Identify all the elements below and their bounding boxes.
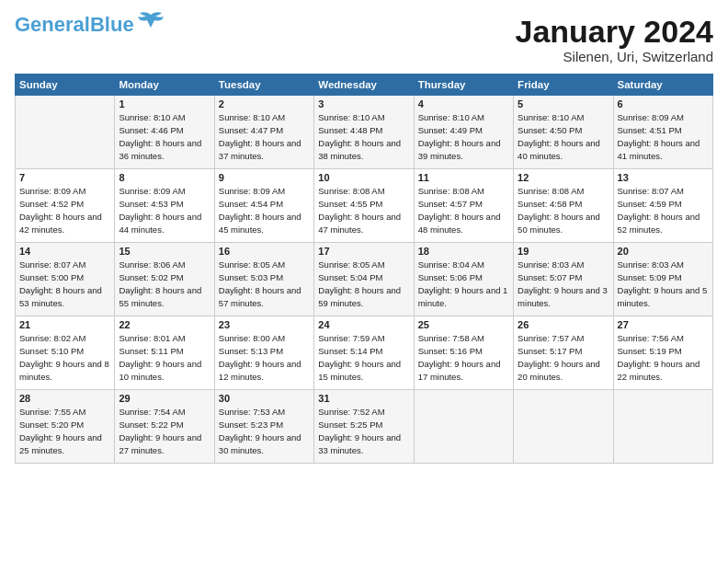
daylight: Daylight: 9 hours and 3 minutes. (518, 285, 608, 308)
calendar-cell: 5Sunrise: 8:10 AMSunset: 4:50 PMDaylight… (514, 96, 613, 169)
daylight: Daylight: 9 hours and 5 minutes. (618, 285, 708, 308)
calendar-week-row: 21Sunrise: 8:02 AMSunset: 5:10 PMDayligh… (16, 316, 713, 390)
day-number: 6 (618, 98, 709, 109)
day-info: Sunrise: 8:09 AMSunset: 4:51 PMDaylight:… (618, 111, 709, 162)
sunset: Sunset: 5:19 PM (618, 346, 682, 356)
day-number: 23 (219, 319, 310, 330)
daylight: Daylight: 8 hours and 38 minutes. (318, 138, 401, 161)
day-info: Sunrise: 8:02 AMSunset: 5:10 PMDaylight:… (19, 332, 110, 383)
day-number: 19 (518, 246, 609, 257)
daylight: Daylight: 8 hours and 42 minutes. (19, 212, 102, 235)
day-number: 17 (318, 246, 409, 257)
sunrise: Sunrise: 7:53 AM (219, 407, 285, 417)
month-title: January 2024 (516, 15, 714, 49)
day-info: Sunrise: 7:54 AMSunset: 5:22 PMDaylight:… (119, 406, 210, 456)
logo-bird-icon (136, 11, 165, 31)
day-info: Sunrise: 7:58 AMSunset: 5:16 PMDaylight:… (418, 332, 509, 383)
daylight: Daylight: 8 hours and 57 minutes. (219, 285, 301, 308)
sunset: Sunset: 5:03 PM (219, 272, 283, 282)
logo-text: GeneralBlue (15, 15, 134, 35)
col-monday: Monday (115, 75, 214, 96)
day-number: 31 (318, 393, 409, 404)
sunrise: Sunrise: 8:03 AM (618, 259, 684, 270)
daylight: Daylight: 8 hours and 37 minutes. (219, 138, 301, 161)
sunset: Sunset: 4:57 PM (418, 199, 483, 209)
sunrise: Sunrise: 8:09 AM (618, 112, 684, 122)
sunset: Sunset: 5:06 PM (418, 272, 483, 282)
sunset: Sunset: 4:58 PM (518, 199, 582, 209)
day-number: 27 (618, 319, 709, 330)
col-sunday: Sunday (16, 75, 115, 96)
calendar-cell: 14Sunrise: 8:07 AMSunset: 5:00 PMDayligh… (16, 243, 115, 316)
daylight: Daylight: 9 hours and 30 minutes. (219, 432, 301, 455)
sunset: Sunset: 4:53 PM (119, 199, 183, 209)
calendar-cell: 26Sunrise: 7:57 AMSunset: 5:17 PMDayligh… (514, 316, 613, 390)
calendar-week-row: 7Sunrise: 8:09 AMSunset: 4:52 PMDaylight… (16, 169, 713, 243)
day-info: Sunrise: 7:55 AMSunset: 5:20 PMDaylight:… (19, 406, 110, 456)
sunset: Sunset: 5:11 PM (119, 346, 183, 356)
calendar-cell: 28Sunrise: 7:55 AMSunset: 5:20 PMDayligh… (16, 390, 115, 464)
sunset: Sunset: 4:51 PM (618, 125, 682, 135)
day-number: 11 (418, 172, 509, 183)
day-info: Sunrise: 7:56 AMSunset: 5:19 PMDaylight:… (618, 332, 709, 383)
day-info: Sunrise: 8:10 AMSunset: 4:50 PMDaylight:… (518, 111, 609, 162)
day-number: 28 (19, 393, 110, 404)
logo: GeneralBlue (15, 15, 165, 35)
calendar-cell: 1Sunrise: 8:10 AMSunset: 4:46 PMDaylight… (115, 96, 214, 169)
col-saturday: Saturday (613, 75, 712, 96)
header: GeneralBlue January 2024 Silenen, Uri, S… (15, 15, 713, 64)
day-info: Sunrise: 8:07 AMSunset: 4:59 PMDaylight:… (618, 185, 709, 236)
sunrise: Sunrise: 8:10 AM (119, 112, 185, 122)
title-block: January 2024 Silenen, Uri, Switzerland (516, 15, 714, 64)
location: Silenen, Uri, Switzerland (516, 49, 714, 64)
daylight: Daylight: 8 hours and 40 minutes. (518, 138, 600, 161)
sunset: Sunset: 4:52 PM (19, 199, 84, 209)
sunset: Sunset: 5:22 PM (119, 419, 183, 430)
sunset: Sunset: 4:54 PM (219, 199, 283, 209)
calendar-week-row: 14Sunrise: 8:07 AMSunset: 5:00 PMDayligh… (16, 243, 713, 316)
daylight: Daylight: 9 hours and 15 minutes. (318, 359, 401, 382)
sunset: Sunset: 5:04 PM (318, 272, 382, 282)
sunrise: Sunrise: 8:08 AM (318, 186, 384, 196)
sunset: Sunset: 4:46 PM (119, 125, 183, 135)
daylight: Daylight: 9 hours and 33 minutes. (318, 432, 401, 455)
sunrise: Sunrise: 8:08 AM (418, 186, 484, 196)
day-number: 29 (119, 393, 210, 404)
sunrise: Sunrise: 8:10 AM (219, 112, 285, 122)
sunrise: Sunrise: 8:07 AM (19, 259, 85, 270)
day-number: 10 (318, 172, 409, 183)
sunrise: Sunrise: 8:09 AM (19, 186, 85, 196)
daylight: Daylight: 9 hours and 1 minute. (418, 285, 508, 308)
daylight: Daylight: 8 hours and 52 minutes. (618, 212, 700, 235)
calendar-cell: 31Sunrise: 7:52 AMSunset: 5:25 PMDayligh… (314, 390, 414, 464)
day-info: Sunrise: 7:57 AMSunset: 5:17 PMDaylight:… (518, 332, 609, 383)
daylight: Daylight: 9 hours and 12 minutes. (219, 359, 301, 382)
sunrise: Sunrise: 7:56 AM (618, 333, 684, 343)
day-info: Sunrise: 7:52 AMSunset: 5:25 PMDaylight:… (318, 406, 409, 456)
sunrise: Sunrise: 8:06 AM (119, 259, 185, 270)
calendar-cell: 23Sunrise: 8:00 AMSunset: 5:13 PMDayligh… (214, 316, 313, 390)
calendar-cell: 29Sunrise: 7:54 AMSunset: 5:22 PMDayligh… (115, 390, 214, 464)
day-info: Sunrise: 8:10 AMSunset: 4:47 PMDaylight:… (219, 111, 310, 162)
daylight: Daylight: 8 hours and 50 minutes. (518, 212, 600, 235)
day-info: Sunrise: 8:05 AMSunset: 5:04 PMDaylight:… (318, 259, 409, 309)
calendar-table: Sunday Monday Tuesday Wednesday Thursday… (15, 74, 713, 464)
daylight: Daylight: 8 hours and 59 minutes. (318, 285, 401, 308)
sunrise: Sunrise: 8:10 AM (318, 112, 384, 122)
calendar-cell: 25Sunrise: 7:58 AMSunset: 5:16 PMDayligh… (414, 316, 513, 390)
day-info: Sunrise: 8:08 AMSunset: 4:58 PMDaylight:… (518, 185, 609, 236)
sunrise: Sunrise: 8:07 AM (618, 186, 684, 196)
sunrise: Sunrise: 8:09 AM (119, 186, 185, 196)
sunrise: Sunrise: 7:57 AM (518, 333, 584, 343)
daylight: Daylight: 8 hours and 44 minutes. (119, 212, 201, 235)
day-info: Sunrise: 8:06 AMSunset: 5:02 PMDaylight:… (119, 259, 210, 309)
sunrise: Sunrise: 8:10 AM (418, 112, 484, 122)
day-info: Sunrise: 8:07 AMSunset: 5:00 PMDaylight:… (19, 259, 110, 309)
sunrise: Sunrise: 8:00 AM (219, 333, 285, 343)
sunset: Sunset: 5:25 PM (318, 419, 382, 430)
day-number: 14 (19, 246, 110, 257)
calendar-week-row: 28Sunrise: 7:55 AMSunset: 5:20 PMDayligh… (16, 390, 713, 464)
calendar-cell: 8Sunrise: 8:09 AMSunset: 4:53 PMDaylight… (115, 169, 214, 243)
daylight: Daylight: 9 hours and 10 minutes. (119, 359, 201, 382)
daylight: Daylight: 9 hours and 8 minutes. (19, 359, 109, 382)
